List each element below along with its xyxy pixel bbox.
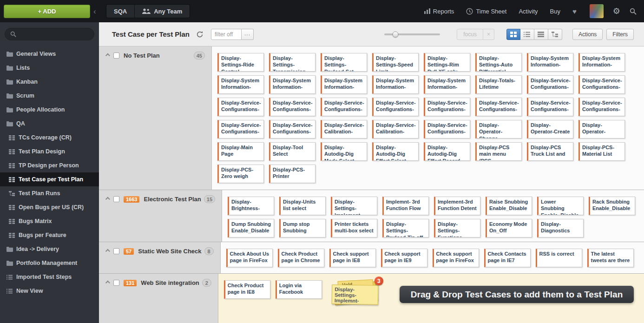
sidebar-item-portfolio-management[interactable]: Portfolio Management bbox=[0, 256, 99, 270]
test-case-card[interactable]: Display-System Information- bbox=[321, 75, 367, 94]
group-name[interactable]: Web Site integration bbox=[141, 279, 199, 286]
group-name[interactable]: Electronic Test Plan bbox=[144, 196, 201, 203]
sidebar-item-qa[interactable]: QA bbox=[0, 117, 99, 131]
group-checkbox[interactable] bbox=[113, 53, 119, 59]
sidebar-item-tcs-coverage-cr[interactable]: TCs Coverage (CR) bbox=[0, 131, 99, 145]
dragged-cards-stack[interactable]: HoldDisplay-Settings-Implemnt-3 bbox=[332, 280, 381, 307]
filter-input[interactable] bbox=[211, 29, 242, 40]
test-case-card[interactable]: Display-Autodig-Dig Mode Select bbox=[321, 142, 367, 161]
search-icon[interactable] bbox=[630, 8, 637, 15]
test-case-card[interactable]: Display-PCS main menu (PCS bbox=[475, 142, 522, 161]
heart-icon[interactable]: ♥ bbox=[572, 7, 577, 15]
test-case-card[interactable]: Implement-3rd Function Detent bbox=[434, 197, 480, 215]
test-case-card[interactable]: Display-Service-Configurations- bbox=[578, 75, 625, 94]
group-name[interactable]: No Test Plan bbox=[124, 52, 191, 59]
test-case-card[interactable]: Display-Operator-Create bbox=[527, 120, 573, 138]
test-case-card[interactable]: Display-Service-Configurations- bbox=[424, 120, 470, 138]
test-case-card[interactable]: Display-Tool Select bbox=[269, 142, 315, 161]
test-case-card[interactable]: Display-Settings-Ride Control bbox=[217, 53, 264, 72]
test-case-card[interactable]: Display-Diagnostics bbox=[537, 219, 584, 237]
test-case-card[interactable]: Display-Service-Calibration- bbox=[321, 120, 367, 138]
test-case-card[interactable]: Display-Settings-Functions bbox=[434, 219, 480, 237]
view-mode-list-button[interactable] bbox=[520, 29, 534, 40]
collapse-sidebar-icon[interactable]: ‹ bbox=[93, 7, 96, 15]
buy-link[interactable]: Buy bbox=[550, 8, 560, 15]
filter-more-button[interactable]: ... bbox=[242, 29, 254, 40]
test-case-card[interactable]: Display-Settings-Rim Pull-XE only bbox=[424, 53, 470, 72]
sidebar-item-test-plan-runs[interactable]: Test Plan Runs bbox=[0, 186, 99, 200]
test-case-card[interactable]: Check support page in FireFox bbox=[433, 249, 479, 267]
sidebar-item-idea-delivery[interactable]: Idea -> Delivery bbox=[0, 242, 99, 256]
activity-link[interactable]: Activity bbox=[519, 8, 538, 15]
collapse-chevron-icon[interactable] bbox=[105, 53, 110, 58]
test-case-card[interactable]: Printer tickets multi-box select bbox=[331, 219, 377, 237]
test-case-card[interactable]: Display-Operator- bbox=[578, 120, 625, 138]
filters-button[interactable]: Filters bbox=[606, 29, 634, 40]
test-case-card[interactable]: Lower Snubbing Enable_Disable bbox=[537, 197, 584, 215]
zoom-slider[interactable] bbox=[384, 33, 440, 35]
test-case-card[interactable]: Login via Facebook bbox=[276, 280, 322, 299]
sidebar-search-input[interactable] bbox=[5, 28, 94, 40]
sidebar-item-kanban[interactable]: Kanban bbox=[0, 75, 99, 89]
test-case-card[interactable]: Display-PCS-Material List bbox=[578, 142, 625, 161]
test-case-card[interactable]: Display-Service-Configurations- bbox=[372, 98, 419, 116]
test-case-card[interactable]: Display-Settings-Payload-Set bbox=[321, 53, 367, 72]
sidebar-item-tp-design-per-person[interactable]: TP Design per Person bbox=[0, 158, 99, 172]
collapse-chevron-icon[interactable] bbox=[105, 197, 110, 202]
test-case-card[interactable]: Display-Service-Configurations- bbox=[578, 98, 625, 116]
sidebar-item-imported-test-steps[interactable]: Imported Test Steps bbox=[0, 270, 99, 284]
test-case-card[interactable]: Check About Us page in FireFox bbox=[226, 249, 273, 267]
test-case-card[interactable]: Display-Service-Configurations- bbox=[321, 98, 367, 116]
tab-sqa[interactable]: SQA bbox=[106, 5, 135, 18]
test-case-card[interactable]: Display-Autodig-Dig Effort Record bbox=[424, 142, 470, 161]
reports-link[interactable]: Reports bbox=[424, 8, 454, 15]
test-case-card[interactable]: Display-Service-Configurations- bbox=[217, 120, 264, 138]
test-case-card[interactable]: Dump stop Snubbing bbox=[279, 219, 326, 237]
test-case-card[interactable]: Display-System Information- bbox=[578, 53, 625, 72]
test-case-card[interactable]: Display-Service-Configurations- bbox=[424, 98, 470, 116]
collapse-chevron-icon[interactable] bbox=[105, 281, 110, 285]
focus-button[interactable]: focus bbox=[457, 29, 483, 40]
test-case-card[interactable]: Display-Service-Configurations- bbox=[527, 75, 573, 94]
test-case-card[interactable]: Display-Settings-Transmission- bbox=[269, 53, 315, 72]
test-case-card[interactable]: Economy Mode On_Off bbox=[486, 219, 532, 237]
group-checkbox[interactable] bbox=[113, 196, 119, 202]
test-case-card[interactable]: Display-PCS-Printer bbox=[269, 165, 315, 183]
test-case-card[interactable]: Display-Settings-Speed Limit- bbox=[372, 53, 419, 72]
test-case-card[interactable]: Display-Brightness- bbox=[228, 197, 274, 215]
test-case-card[interactable]: Display-Service-Configurations- bbox=[527, 98, 573, 116]
test-case-card[interactable]: Display-Service-Configurations- bbox=[217, 98, 264, 116]
time-sheet-link[interactable]: Time Sheet bbox=[466, 8, 506, 15]
sidebar-item-general-views[interactable]: General Views bbox=[0, 47, 99, 61]
sidebar-item-new-view[interactable]: New View bbox=[0, 284, 99, 298]
test-case-card[interactable]: Rack Snubbing Enable_Disable bbox=[589, 197, 635, 215]
test-case-card[interactable]: Display-Operator-Change bbox=[475, 120, 522, 138]
view-mode-rows-button[interactable] bbox=[534, 29, 548, 40]
test-case-card[interactable]: Display-PCS-Zero weigh bbox=[217, 165, 264, 183]
group-checkbox[interactable] bbox=[113, 280, 119, 286]
actions-button[interactable]: Actions bbox=[572, 29, 603, 40]
test-case-card[interactable]: Check Product page in Chrome bbox=[278, 249, 324, 267]
test-case-card[interactable]: Display-PCS Truck List and bbox=[527, 142, 573, 161]
test-case-card[interactable]: Display-Service-Configurations- bbox=[269, 120, 315, 138]
sidebar-item-test-case-per-test-plan[interactable]: Test Case per Test Plan bbox=[0, 172, 99, 186]
sidebar-item-open-bugs-per-us-cr[interactable]: Open Bugs per US (CR) bbox=[0, 200, 99, 214]
test-case-card[interactable]: Display-Totals-Lifetime bbox=[475, 75, 522, 94]
test-case-card[interactable]: Display-System Information- bbox=[372, 75, 419, 94]
focus-clear-button[interactable]: × bbox=[483, 29, 494, 40]
test-case-card[interactable]: Display-Settings-Implement- bbox=[331, 197, 377, 215]
view-mode-tree-button[interactable] bbox=[548, 29, 562, 40]
test-case-card[interactable]: Dump Snubbing Enable_Disable bbox=[228, 219, 274, 237]
test-case-card[interactable]: Check Contacts page in IE7 bbox=[484, 249, 531, 267]
test-case-card[interactable]: Implemnt- 3rd Function Flow bbox=[382, 197, 429, 215]
test-case-card[interactable]: Display-Units list select bbox=[279, 197, 326, 215]
group-checkbox[interactable] bbox=[113, 248, 119, 254]
sidebar-item-scrum[interactable]: Scrum bbox=[0, 89, 99, 103]
refresh-button[interactable] bbox=[196, 31, 204, 38]
test-case-card[interactable]: RSS is correct bbox=[536, 249, 582, 267]
test-case-card[interactable]: Display-Autodig-Dig Effort Select bbox=[372, 142, 419, 161]
test-case-card[interactable]: Check Product page in IE8 bbox=[224, 280, 270, 299]
test-case-card[interactable]: Display-System Information- bbox=[269, 75, 315, 94]
sidebar-item-bugs-matrix[interactable]: Bugs Matrix bbox=[0, 214, 99, 228]
sidebar-item-test-plan-design[interactable]: Test Plan Design bbox=[0, 145, 99, 158]
